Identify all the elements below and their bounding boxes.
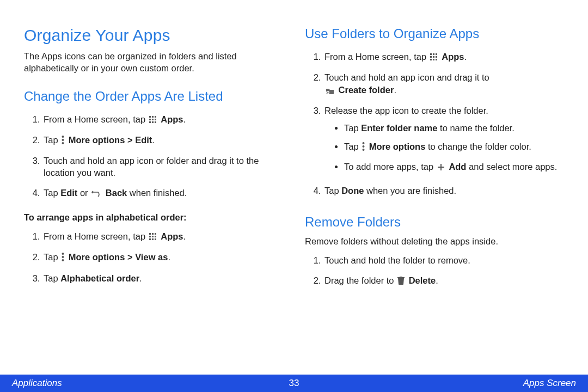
list-item: Touch and hold the folder to remove. xyxy=(323,250,564,270)
svg-rect-24 xyxy=(430,53,432,55)
folders-steps: From a Home screen, tap Apps. Touch and … xyxy=(305,47,564,200)
svg-rect-14 xyxy=(155,233,156,235)
svg-rect-3 xyxy=(149,119,151,120)
svg-point-9 xyxy=(62,136,64,138)
section-heading-folders: Use Folders to Organize Apps xyxy=(305,26,564,41)
remove-intro: Remove folders without deleting the apps… xyxy=(305,235,564,247)
subheading-alphabetical: To arrange apps in alphabetical order: xyxy=(24,211,283,223)
svg-rect-16 xyxy=(152,236,154,237)
svg-rect-18 xyxy=(149,238,151,240)
plus-icon xyxy=(437,162,445,174)
list-item: Tap Edit or Back when finished. xyxy=(42,183,283,204)
svg-rect-30 xyxy=(430,59,432,60)
page-title: Organize Your Apps xyxy=(24,26,283,45)
svg-rect-38 xyxy=(400,277,402,278)
svg-rect-2 xyxy=(155,116,156,118)
list-item: Tap Enter folder name to name the folder… xyxy=(344,119,563,137)
svg-point-35 xyxy=(363,145,365,148)
right-column: Use Folders to Organize Apps From a Home… xyxy=(305,26,564,291)
list-item: Tap More options > Edit. xyxy=(42,130,283,151)
svg-rect-20 xyxy=(155,238,156,240)
intro-text: The Apps icons can be organized in folde… xyxy=(24,50,283,75)
list-item: From a Home screen, tap Apps. xyxy=(323,47,564,68)
section-heading-remove: Remove Folders xyxy=(305,215,564,230)
left-column: Organize Your Apps The Apps icons can be… xyxy=(24,26,283,291)
svg-point-23 xyxy=(62,259,64,261)
svg-rect-8 xyxy=(155,121,156,123)
list-item: Touch and hold an app icon or folder and… xyxy=(42,151,283,183)
svg-rect-15 xyxy=(149,236,151,237)
list-item: Drag the folder to Delete. xyxy=(323,271,564,291)
svg-point-36 xyxy=(363,149,365,151)
remove-steps: Touch and hold the folder to remove. Dra… xyxy=(305,250,564,291)
create-folder-icon xyxy=(326,85,334,97)
apps-grid-icon xyxy=(149,231,157,243)
svg-point-11 xyxy=(62,142,64,144)
list-item: Touch and hold an app icon and drag it t… xyxy=(323,68,564,101)
list-item: Release the app icon to create the folde… xyxy=(323,101,564,181)
folder-substeps: Tap Enter folder name to name the folder… xyxy=(324,119,563,177)
svg-rect-17 xyxy=(155,236,156,237)
svg-rect-25 xyxy=(433,53,434,55)
more-options-icon xyxy=(362,142,365,154)
more-options-icon xyxy=(62,252,64,264)
section-heading-change-order: Change the Order Apps Are Listed xyxy=(24,89,283,104)
svg-rect-13 xyxy=(152,233,154,235)
list-item: From a Home screen, tap Apps. xyxy=(42,109,283,130)
list-item: Tap Done when you are finished. xyxy=(323,181,564,200)
svg-rect-27 xyxy=(430,56,432,58)
svg-rect-28 xyxy=(433,56,434,58)
svg-rect-19 xyxy=(152,238,154,240)
delete-icon xyxy=(397,275,405,287)
footer-right: Apps Screen xyxy=(523,378,576,389)
page-footer: Applications 33 Apps Screen xyxy=(0,375,588,392)
list-item: From a Home screen, tap Apps. xyxy=(42,226,283,247)
footer-left: Applications xyxy=(12,378,62,389)
svg-point-10 xyxy=(62,139,64,141)
svg-rect-7 xyxy=(152,121,154,123)
back-icon xyxy=(91,188,101,200)
svg-point-21 xyxy=(62,253,64,255)
svg-point-34 xyxy=(363,142,365,144)
svg-rect-1 xyxy=(152,116,154,118)
svg-rect-4 xyxy=(152,119,154,120)
svg-rect-0 xyxy=(149,116,151,118)
svg-rect-31 xyxy=(433,59,434,60)
svg-rect-5 xyxy=(155,119,156,120)
page-number: 33 xyxy=(289,378,299,389)
more-options-icon xyxy=(62,135,64,147)
svg-rect-29 xyxy=(436,56,437,58)
list-item: Tap More options > View as. xyxy=(42,247,283,268)
svg-rect-26 xyxy=(436,53,437,55)
svg-point-22 xyxy=(62,256,64,258)
apps-grid-icon xyxy=(149,114,157,126)
list-item: Tap Alphabetical order. xyxy=(42,268,283,288)
list-item: Tap More options to change the folder co… xyxy=(344,137,563,157)
apps-grid-icon xyxy=(430,52,438,64)
svg-rect-32 xyxy=(436,59,437,60)
svg-rect-12 xyxy=(149,233,151,235)
alphabetical-steps: From a Home screen, tap Apps. Tap More o… xyxy=(24,226,283,288)
change-order-steps: From a Home screen, tap Apps. Tap More o… xyxy=(24,109,283,204)
svg-rect-6 xyxy=(149,121,151,123)
list-item: To add more apps, tap Add and select mor… xyxy=(344,157,563,177)
